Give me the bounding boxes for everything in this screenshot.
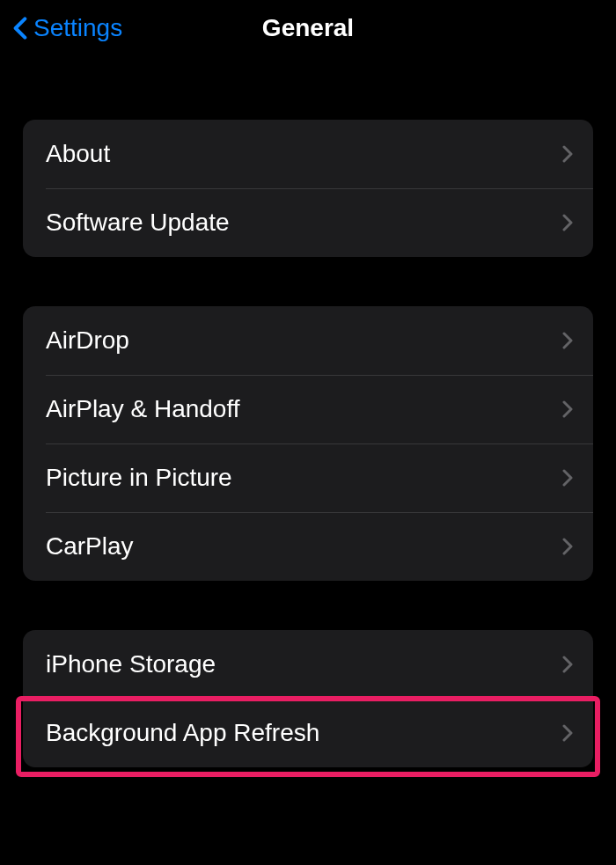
row-label: About <box>46 140 110 168</box>
row-label: Picture in Picture <box>46 464 232 492</box>
row-software-update[interactable]: Software Update <box>23 188 593 257</box>
row-label: CarPlay <box>46 532 134 561</box>
settings-content: About Software Update AirDrop AirPlay & … <box>0 120 616 767</box>
chevron-right-icon <box>561 468 574 487</box>
chevron-right-icon <box>561 400 574 419</box>
settings-group-3: iPhone Storage Background App Refresh <box>23 630 593 767</box>
page-title: General <box>262 14 354 42</box>
row-picture-in-picture[interactable]: Picture in Picture <box>23 443 593 512</box>
row-label: iPhone Storage <box>46 650 216 678</box>
row-airdrop[interactable]: AirDrop <box>23 306 593 375</box>
row-about[interactable]: About <box>23 120 593 188</box>
row-label: AirPlay & Handoff <box>46 395 240 423</box>
row-background-app-refresh[interactable]: Background App Refresh <box>23 699 593 767</box>
row-airplay-handoff[interactable]: AirPlay & Handoff <box>23 375 593 443</box>
chevron-left-icon <box>12 15 28 41</box>
chevron-right-icon <box>561 537 574 556</box>
settings-group-1: About Software Update <box>23 120 593 257</box>
back-label: Settings <box>33 14 122 42</box>
navigation-bar: Settings General <box>0 0 616 56</box>
chevron-right-icon <box>561 723 574 743</box>
chevron-right-icon <box>561 655 574 674</box>
row-label: Background App Refresh <box>46 719 319 747</box>
back-button[interactable]: Settings <box>12 14 122 42</box>
chevron-right-icon <box>561 331 574 350</box>
row-label: AirDrop <box>46 326 129 355</box>
settings-group-2: AirDrop AirPlay & Handoff Picture in Pic… <box>23 306 593 581</box>
chevron-right-icon <box>561 144 574 164</box>
row-carplay[interactable]: CarPlay <box>23 512 593 581</box>
chevron-right-icon <box>561 213 574 232</box>
row-label: Software Update <box>46 209 230 237</box>
row-iphone-storage[interactable]: iPhone Storage <box>23 630 593 699</box>
